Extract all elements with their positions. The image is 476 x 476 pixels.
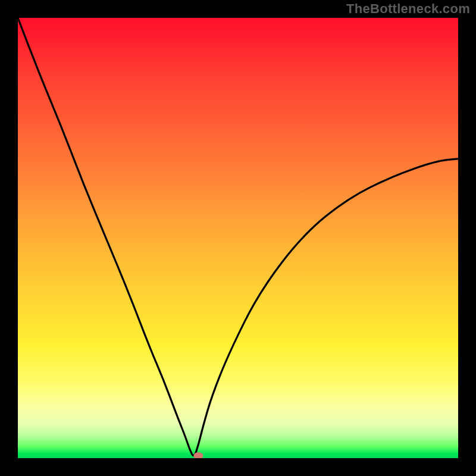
plot-svg [18,18,458,458]
chart-frame: TheBottleneck.com [0,0,476,476]
bottleneck-curve [18,18,458,456]
plot-area [18,18,458,458]
attribution-text: TheBottleneck.com [346,1,470,17]
